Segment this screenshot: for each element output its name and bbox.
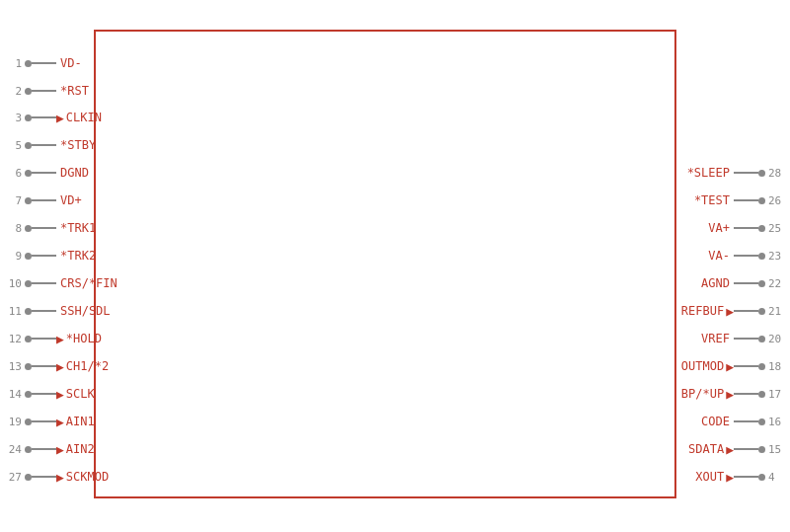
pin-label: SDATA	[688, 442, 724, 456]
pin-number: 12	[0, 333, 22, 345]
pin-label: DGND	[56, 166, 89, 180]
pin-label: *TEST	[694, 193, 734, 207]
pin-dot	[25, 391, 32, 398]
pin-arrow: ▶	[726, 305, 734, 318]
pin-dot	[758, 474, 765, 481]
pin-dot	[25, 225, 32, 232]
pin-label: AGND	[701, 276, 734, 290]
pin-dot	[758, 308, 765, 315]
pin-line	[32, 116, 56, 118]
pin-number: 4	[768, 471, 790, 484]
pin-number: 23	[768, 250, 790, 263]
pin-label: XOUT	[695, 470, 724, 484]
pin-number: 25	[768, 222, 790, 235]
pin-number: 22	[768, 277, 790, 290]
pin-number: 5	[0, 139, 22, 152]
pin-dot	[25, 446, 32, 453]
pin-line	[32, 282, 56, 284]
pin-line	[32, 227, 56, 229]
right-pin-17: 17▶BP/*UP	[681, 387, 790, 401]
pin-line	[32, 199, 56, 201]
pin-dot	[25, 474, 32, 481]
right-pin-26: 26*TEST	[694, 193, 790, 207]
pin-label: VD+	[56, 193, 82, 207]
pin-dot	[25, 308, 32, 315]
left-pin-8: 8*TRK1	[0, 221, 96, 235]
pin-arrow: ▶	[56, 416, 64, 428]
pin-number: 1	[0, 57, 22, 70]
pin-dot	[758, 336, 765, 342]
pin-label: BP/*UP	[681, 387, 724, 401]
pin-label: OUTMOD	[681, 359, 724, 373]
pin-label: CLKIN	[66, 111, 102, 124]
pin-line	[32, 62, 56, 64]
left-pin-3: 3▶CLKIN	[0, 111, 102, 124]
pin-number: 11	[0, 305, 22, 318]
left-pin-11: 11SSH/SDL	[0, 304, 111, 318]
pin-line	[32, 338, 56, 340]
pin-label: SCLK	[66, 387, 95, 401]
pin-label: VREF	[701, 332, 734, 345]
pin-number: 18	[768, 360, 790, 373]
right-pin-4: 4▶XOUT	[695, 470, 790, 484]
pin-line	[32, 90, 56, 92]
left-pin-5: 5*STBY	[0, 138, 96, 152]
pin-label: SSH/SDL	[56, 304, 111, 318]
pin-line	[32, 255, 56, 257]
left-pin-13: 13▶CH1/*2	[0, 359, 109, 373]
pin-dot	[25, 253, 32, 260]
pin-label: *HOLD	[66, 332, 102, 345]
pin-dot	[25, 60, 32, 67]
pin-arrow: ▶	[726, 360, 734, 373]
pin-number: 6	[0, 167, 22, 180]
pin-arrow: ▶	[56, 333, 64, 345]
left-pin-24: 24▶AIN2	[0, 442, 95, 456]
left-pin-19: 19▶AIN1	[0, 415, 95, 428]
pin-dot	[758, 170, 765, 177]
right-pin-20: 20VREF	[701, 332, 790, 345]
pin-arrow: ▶	[56, 443, 64, 456]
pin-number: 16	[768, 416, 790, 428]
pin-line	[32, 144, 56, 146]
pin-label: SCKMOD	[66, 470, 109, 484]
pin-line	[32, 172, 56, 174]
right-pin-22: 22AGND	[701, 276, 790, 290]
pin-line	[734, 282, 758, 284]
left-pin-27: 27▶SCKMOD	[0, 470, 109, 484]
pin-line	[734, 365, 758, 367]
pin-number: 26	[768, 194, 790, 207]
pin-number: 20	[768, 333, 790, 345]
pin-line	[734, 255, 758, 257]
pin-line	[734, 448, 758, 450]
right-pin-28: 28*SLEEP	[687, 166, 790, 180]
pin-dot	[758, 391, 765, 398]
pin-number: 19	[0, 416, 22, 428]
pin-label: REFBUF	[681, 304, 724, 318]
pin-label: VD-	[56, 56, 82, 70]
pin-dot	[758, 363, 765, 370]
ic-box	[94, 30, 676, 498]
pin-dot	[25, 418, 32, 425]
pin-arrow: ▶	[56, 112, 64, 124]
right-pin-21: 21▶REFBUF	[681, 304, 790, 318]
pin-line	[734, 338, 758, 340]
left-pin-9: 9*TRK2	[0, 249, 96, 263]
pin-number: 9	[0, 250, 22, 263]
pin-label: *STBY	[56, 138, 96, 152]
right-pin-15: 15▶SDATA	[688, 442, 790, 456]
pin-label: AIN1	[66, 415, 95, 428]
pin-arrow: ▶	[726, 443, 734, 456]
left-pin-12: 12▶*HOLD	[0, 332, 102, 345]
pin-label: *RST	[56, 84, 89, 98]
pin-arrow: ▶	[56, 471, 64, 484]
pin-dot	[758, 253, 765, 260]
pin-number: 24	[0, 443, 22, 456]
left-pin-6: 6DGND	[0, 166, 89, 180]
pin-line	[32, 310, 56, 312]
pin-line	[734, 476, 758, 478]
pin-line	[32, 420, 56, 422]
pin-number: 10	[0, 277, 22, 290]
pin-arrow: ▶	[56, 388, 64, 401]
pin-label: CRS/*FIN	[56, 276, 118, 290]
pin-number: 7	[0, 194, 22, 207]
